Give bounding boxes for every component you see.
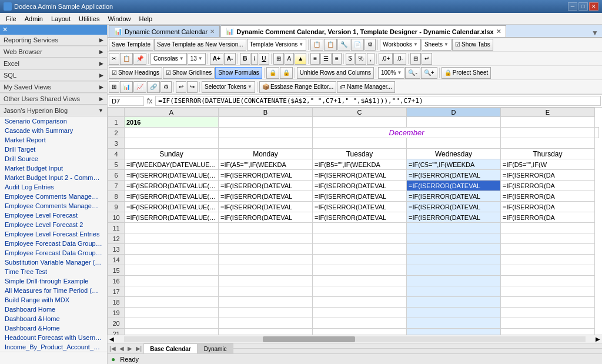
sheet-nav-next[interactable]: ▶ [126,345,134,352]
close-button[interactable]: ✕ [589,2,598,11]
row-header-18[interactable]: 18 [108,297,125,308]
cell-c18[interactable] [313,297,407,308]
cell-b7[interactable]: =IF(ISERROR(DATEVAL [219,181,313,191]
row-header-8[interactable]: 8 [108,191,125,202]
cell-d18[interactable] [407,297,501,308]
sidebar-item-employee-level-forecast-2[interactable]: Employee Level Forecast 2 [0,220,107,229]
menu-admin[interactable]: Admin [21,14,46,24]
cell-c16[interactable] [313,276,407,286]
zoom-out-button[interactable]: 🔍- [405,67,420,79]
row-header-20[interactable]: 20 [108,318,125,329]
cell-d6[interactable]: =IF(ISERROR(DATEVAL [407,170,501,181]
cell-e1[interactable] [501,117,595,128]
italic-button[interactable]: I [251,53,259,65]
cell-c1[interactable] [313,117,407,128]
h-scroll-thumb[interactable] [263,336,355,342]
cell-a3[interactable] [125,138,219,149]
cell-e5[interactable]: =IF(D5="",IF(W [501,159,595,170]
sheet-tab-dynamic[interactable]: Dynamic [198,343,233,353]
cell-c11[interactable] [313,223,407,233]
scroll-right-icon[interactable]: ▶ [594,336,602,342]
cell-a19[interactable] [125,308,219,318]
row-header-14[interactable]: 14 [108,255,125,265]
font-dropdown[interactable]: Consolas ▼ [150,53,187,65]
font-color-button[interactable]: A [285,53,295,65]
save-template-button[interactable]: Save Template [109,39,153,51]
cell-e10[interactable]: =IF(ISERROR(DA [501,212,595,223]
sidebar-item-market-budget-2[interactable]: Market Budget Input 2 - Comments [0,173,107,182]
row-header-19[interactable]: 19 [108,308,125,318]
row-header-2[interactable]: 2 [108,128,125,138]
bold-button[interactable]: B [240,53,250,65]
align-left-button[interactable]: ≡ [310,53,320,65]
sidebar-section-jasonblog-header[interactable]: Jason's Hyperion Blog ▼ [0,105,107,116]
toolbar-icon-a[interactable]: 🔒 [266,67,279,79]
cell-a9[interactable]: =IF(ISERROR(DATEVALUE(CONCATE [125,202,219,212]
cell-a14[interactable] [125,255,219,265]
minimize-button[interactable]: ─ [568,2,577,11]
cell-b16[interactable] [219,276,313,286]
toolbar-icon-f[interactable]: 🔗 [147,81,160,93]
cell-d21[interactable] [407,329,501,335]
decimal-increase-button[interactable]: .0+ [379,53,393,65]
cell-d4[interactable]: Wednesday [407,149,501,159]
tab-close-2[interactable]: ✕ [496,28,501,35]
cell-c13[interactable] [313,244,407,255]
cell-a20[interactable] [125,318,219,329]
sidebar-item-income-by-product[interactable]: Income_By_Product_Account_Cascade [0,342,107,352]
cell-e12[interactable] [501,233,595,244]
cell-d14[interactable] [407,255,501,265]
cell-b10[interactable]: =IF(ISERROR(DATEVAL [219,212,313,223]
sidebar-item-build-range[interactable]: Build Range with MDX [0,295,107,305]
col-header-d[interactable]: D [407,108,501,117]
row-header-17[interactable]: 17 [108,286,125,297]
sheet-nav-first[interactable]: |◀ [108,345,118,352]
sidebar-item-cascade-summary[interactable]: Cascade with Summary [0,126,107,135]
cell-d20[interactable] [407,318,501,329]
row-header-16[interactable]: 16 [108,276,125,286]
cell-c17[interactable] [313,286,407,297]
sidebar-item-simple-drill[interactable]: Simple Drill-through Example [0,276,107,286]
currency-button[interactable]: $ [346,53,355,65]
align-right-button[interactable]: ≡ [332,53,342,65]
cell-b21[interactable] [219,329,313,335]
cell-e7[interactable]: =IF(ISERROR(DA [501,181,595,191]
cell-d13[interactable] [407,244,501,255]
toolbar-icon-1[interactable]: 📋 [310,39,323,51]
row-header-9[interactable]: 9 [108,202,125,212]
sidebar-item-dashboard-home-3[interactable]: Dashboard &Home [0,323,107,333]
tab-close-1[interactable]: ✕ [210,28,215,35]
cell-e2[interactable] [595,128,599,138]
toolbar-icon-2[interactable]: 📋 [324,39,337,51]
cell-b6[interactable]: =IF(ISERROR(DATEVAL [219,170,313,181]
cell-a11[interactable] [125,223,219,233]
cell-e18[interactable] [501,297,595,308]
cell-e9[interactable]: =IF(ISERROR(DA [501,202,595,212]
menu-window[interactable]: Window [104,14,134,24]
cell-c5[interactable]: =IF(B5="",IF(WEEKDA [313,159,407,170]
cell-d7[interactable]: =IF(ISERROR(DATEVAL [407,181,501,191]
border-button[interactable]: ⊞ [273,53,284,65]
cell-a7[interactable]: =IF(ISERROR(DATEVALUE(CONCATE [125,181,219,191]
align-center-button[interactable]: ☰ [320,53,332,65]
cell-c15[interactable] [313,265,407,276]
merge-button[interactable]: ⊟ [410,53,421,65]
cell-c19[interactable] [313,308,407,318]
menu-layout[interactable]: Layout [48,14,74,24]
sidebar-item-substitution-variable[interactable]: Substitution Variable Manager (Vess) [0,258,107,267]
cell-d17[interactable] [407,286,501,297]
sidebar-item-dashboard-home[interactable]: Dashboard Home [0,305,107,314]
cell-b8[interactable]: =IF(ISERROR(DATEVAL [219,191,313,202]
menu-file[interactable]: File [2,14,20,24]
sidebar-item-employee-forecast-grouping[interactable]: Employee Forecast Data Grouping [0,239,107,248]
cell-d5[interactable]: =IF(C5="",IF(WEEKDA [407,159,501,170]
toolbar-icon-3[interactable]: 🔧 [337,39,350,51]
decimal-decrease-button[interactable]: .0- [393,53,406,65]
cell-c9[interactable]: =IF(ISERROR(DATEVAL [313,202,407,212]
toolbar-icon-b[interactable]: 🔒 [280,67,293,79]
sidebar-section-otherusers-header[interactable]: Other Users Shared Views ▶ [0,93,107,105]
comma-button[interactable]: , [367,53,374,65]
toolbar-cut-icon[interactable]: ✂ [109,53,119,65]
fx-icon[interactable]: fx [145,97,154,105]
sheets-dropdown[interactable]: Sheets ▼ [422,39,452,51]
